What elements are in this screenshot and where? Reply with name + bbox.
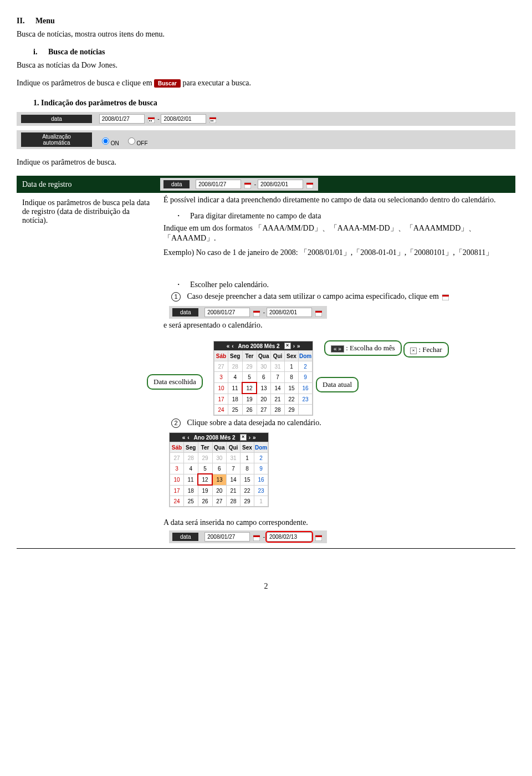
svg-rect-9 [244,183,251,185]
def-right-content: É possível indicar a data preenchendo di… [158,193,515,549]
step-2: 2 Clique sobre a data desejada no calend… [163,418,510,428]
heading-1-title: Indicação dos parâmetros de busca [41,99,157,107]
svg-rect-1 [148,118,155,119]
ui-row-data: data - [17,112,515,126]
calendar-icon[interactable] [315,534,322,541]
bullet-1: ・ Para digitar diretamente no campo de d… [175,211,510,221]
sep: - [254,181,256,187]
ui-row-data-inline: data - [160,178,318,191]
calendar-widget-2[interactable]: « ‹ Ano 2008 Mês 2 × › » SábSegTerQuaQui… [169,432,269,507]
next-year-icon[interactable]: » [253,435,256,441]
text: A data será inserida no campo correspond… [163,518,510,527]
page-number: 2 [17,582,515,591]
next-month-icon[interactable]: › [293,343,295,349]
ui-row-data-inline3: data - [169,530,327,543]
calendar-icon[interactable] [253,534,260,541]
text: Para digitar diretamente no campo de dat… [190,212,321,220]
para-busca-instr: Indique os parâmetros de busca e clique … [17,79,515,88]
close-icon[interactable]: × [240,434,247,441]
callout-data-escolhida: Data escolhida [147,374,203,390]
text: Exemplo) No caso de 1 de janeiro de 2008… [163,248,510,258]
circled-1: 1 [171,292,181,302]
prev-year-icon[interactable]: « [227,343,230,349]
prev-month-icon[interactable]: ‹ [232,343,233,349]
radio-off-label: OFF [137,140,148,146]
next-year-icon[interactable]: » [297,343,300,349]
calendar-widget[interactable]: « ‹ Ano 2008 Mês 2 × › » SábSegTerQuaQui… [213,341,313,416]
label-data: data [172,533,198,541]
calendar-icon[interactable] [148,116,155,123]
para-busca-desc: Busca as notícias da Dow Jones. [17,61,515,70]
calendar-title: Ano 2008 Mês 2 [238,343,280,349]
date-from-input[interactable] [204,532,250,542]
bullet-2: ・ Escolher pelo calendário. [175,280,510,290]
text: : Fechar [418,345,442,354]
heading-i-title: Busca de notícias [48,48,105,56]
label-data: data [163,180,190,188]
date-from-input[interactable] [204,308,250,317]
calendar-header: « ‹ Ano 2008 Mês 2 × › » [214,341,313,350]
heading-num: II. [17,17,24,25]
callout-fechar: × : Fechar [403,342,448,358]
radio-off[interactable] [128,137,135,145]
date-to-input[interactable] [267,308,312,317]
calendar-grid[interactable]: SábSegTerQuaQuiSexDom 272829303112 34567… [170,442,268,507]
svg-rect-7 [212,120,213,121]
svg-rect-3 [151,120,152,121]
calendar-icon[interactable] [253,310,260,316]
para-indique: Indique os parâmetros de busca. [17,158,515,167]
ui-row-data-inline2: data - [169,306,327,319]
calendar-icon[interactable] [442,294,449,300]
text: para executar a busca. [182,79,251,87]
text: Indique os parâmetros de busca e clique … [17,79,152,87]
text: Caso deseje preencher a data sem utiliza… [187,292,439,300]
label-data: data [172,308,198,316]
def-left-text: Indique os parâmetros de busca pela data… [17,193,158,549]
sep: - [263,309,265,315]
date-to-input[interactable] [161,114,206,124]
date-to-input-highlighted[interactable] [267,532,312,542]
def-header-left: Data de registro [17,176,158,193]
calendar-icon[interactable] [306,182,313,188]
calendar-icon[interactable] [209,116,216,123]
label-auto: Atualização automática [21,132,92,147]
text: Indique em um dos formatos 「AAAA/MM/DD」、… [163,223,510,243]
buscar-button[interactable]: Buscar [154,79,181,88]
svg-rect-19 [253,535,260,537]
svg-rect-17 [315,311,322,313]
definition-table: Data de registro data - Indique os parâm… [17,176,515,549]
date-from-input[interactable] [196,180,241,189]
text: Escolher pelo calendário. [190,280,269,289]
prev-year-icon[interactable]: « [182,435,186,441]
radio-on[interactable] [102,137,109,145]
date-from-input[interactable] [99,114,145,124]
svg-rect-15 [253,311,260,313]
nav-icon: « » [331,345,344,353]
calendar-title: Ano 2008 Mês 2 [194,435,236,441]
date-to-input[interactable] [258,180,303,189]
prev-month-icon[interactable]: ‹ [187,435,189,441]
radio-on-label: ON [111,140,119,146]
sep: - [263,534,265,540]
svg-rect-11 [306,183,313,185]
callout-escolha-mes: « » : Escolha do mês [324,340,402,356]
heading-1: 1. Indicação dos parâmetros de busca [33,99,515,108]
calendar-grid[interactable]: SábSegTerQuaQuiSexDom 272829303112 34567… [214,350,313,415]
svg-rect-21 [315,535,322,537]
calendar-icon[interactable] [315,310,322,316]
svg-rect-6 [211,120,212,121]
heading-i: i. Busca de notícias [33,48,515,57]
heading-ii: II. Menu [17,17,515,25]
text: : Escolha do mês [346,344,395,352]
next-month-icon[interactable]: › [249,435,250,441]
text: e será apresentado o calendário. [163,321,510,330]
svg-rect-5 [209,118,216,119]
calendar-icon[interactable] [244,182,251,188]
para-menu-desc: Busca de notícias, mostra outros itens d… [17,30,515,39]
text: É possível indicar a data preenchendo di… [163,196,510,205]
close-icon[interactable]: × [284,343,291,349]
heading-1-num: 1. [33,99,39,107]
callout-data-atual: Data atual [316,377,359,392]
step-1: 1 Caso deseje preencher a data sem utili… [163,292,510,302]
ui-row-auto: Atualização automática ON OFF [17,130,515,149]
